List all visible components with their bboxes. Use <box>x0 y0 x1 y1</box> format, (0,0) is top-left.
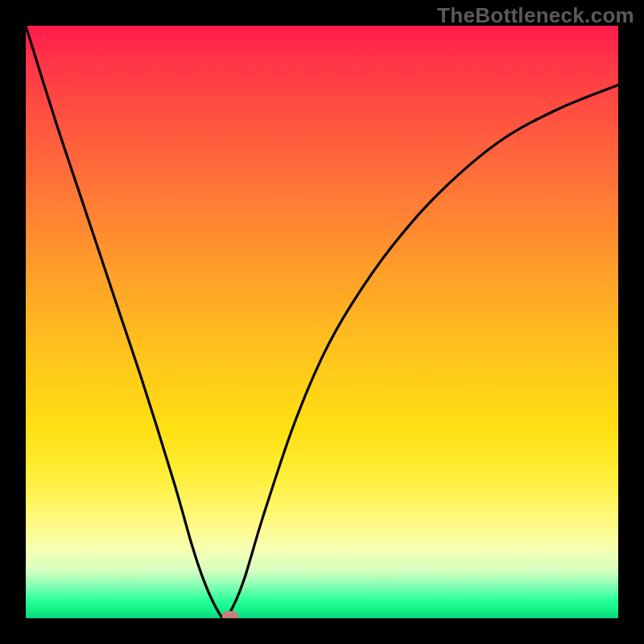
optimal-point-marker <box>222 611 238 618</box>
bottleneck-curve <box>26 26 618 618</box>
plot-area <box>26 26 618 618</box>
watermark-label: TheBottleneck.com <box>437 3 634 28</box>
chart-container: TheBottleneck.com <box>0 0 644 644</box>
